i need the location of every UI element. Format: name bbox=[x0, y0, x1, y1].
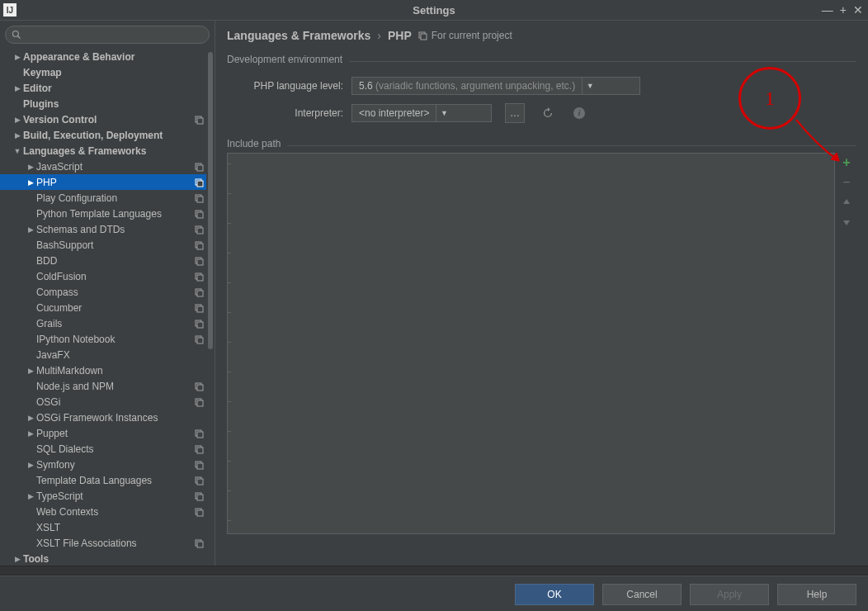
tree-item[interactable]: JavaFX bbox=[0, 347, 206, 362]
include-path-list[interactable] bbox=[227, 153, 835, 534]
project-scope-icon bbox=[195, 115, 205, 125]
apply-button[interactable]: Apply bbox=[690, 584, 769, 605]
svg-rect-17 bbox=[197, 259, 203, 265]
svg-rect-31 bbox=[197, 400, 203, 406]
project-scope-icon bbox=[195, 444, 205, 454]
tree-item[interactable]: ▶MultiMarkdown bbox=[0, 362, 206, 378]
tree-item[interactable]: XSLT File Associations bbox=[0, 535, 206, 551]
tree-item[interactable]: Plugins bbox=[0, 96, 206, 111]
chevron-right-icon[interactable]: ▶ bbox=[12, 53, 23, 61]
breadcrumb-leaf: PHP bbox=[388, 29, 412, 42]
chevron-right-icon[interactable]: ▶ bbox=[12, 131, 23, 140]
breadcrumb-root[interactable]: Languages & Frameworks bbox=[227, 29, 370, 42]
window-title: Settings bbox=[0, 4, 868, 17]
project-scope-icon bbox=[195, 507, 205, 517]
chevron-right-icon[interactable]: ▶ bbox=[12, 116, 23, 124]
window-maximize-button[interactable]: + bbox=[840, 3, 847, 17]
scrollbar-thumb[interactable] bbox=[208, 52, 213, 349]
svg-rect-32 bbox=[196, 430, 201, 436]
help-button[interactable]: Help bbox=[777, 584, 856, 605]
svg-rect-39 bbox=[197, 479, 203, 485]
info-icon[interactable]: i bbox=[571, 105, 587, 121]
chevron-right-icon[interactable]: ▶ bbox=[12, 555, 23, 563]
svg-rect-45 bbox=[197, 542, 203, 547]
ok-button[interactable]: OK bbox=[515, 584, 594, 605]
tree-item[interactable]: ▶Build, Execution, Deployment bbox=[0, 127, 206, 143]
project-scope-icon bbox=[195, 429, 205, 438]
tree-item[interactable]: ▶Schemas and DTDs bbox=[0, 221, 206, 237]
tree-item[interactable]: ▶OSGi Framework Instances bbox=[0, 410, 206, 425]
tree-item[interactable]: ▶Symfony bbox=[0, 457, 206, 472]
chevron-down-icon[interactable]: ▼ bbox=[582, 78, 597, 94]
settings-tree[interactable]: ▶Appearance & BehaviorKeymap▶EditorPlugi… bbox=[0, 49, 215, 566]
tree-item[interactable]: Grails bbox=[0, 315, 206, 331]
svg-rect-5 bbox=[197, 165, 203, 171]
chevron-right-icon[interactable]: ▶ bbox=[25, 225, 36, 234]
chevron-right-icon[interactable]: ▶ bbox=[25, 414, 36, 422]
tree-item[interactable]: ▶Puppet bbox=[0, 425, 206, 441]
chevron-right-icon[interactable]: ▶ bbox=[25, 178, 36, 187]
tree-item-label: BashSupport bbox=[36, 239, 190, 251]
tree-item[interactable]: Web Contexts bbox=[0, 504, 206, 519]
project-scope-icon bbox=[195, 397, 205, 407]
tree-item[interactable]: Compass bbox=[0, 284, 206, 300]
svg-rect-34 bbox=[196, 446, 201, 452]
tree-item[interactable]: BashSupport bbox=[0, 237, 206, 253]
include-path-add-button[interactable]: + bbox=[840, 156, 853, 169]
include-path-remove-button[interactable]: − bbox=[840, 176, 853, 189]
breadcrumb: Languages & Frameworks › PHP For current… bbox=[227, 29, 856, 42]
window-controls: — + ✕ bbox=[822, 0, 863, 20]
search-input[interactable] bbox=[5, 26, 210, 44]
lang-level-hint: (variadic functions, argument unpacking,… bbox=[375, 80, 575, 92]
tree-item[interactable]: Cucumber bbox=[0, 300, 206, 315]
tree-item-label: OSGi bbox=[36, 396, 190, 408]
tree-item[interactable]: ▶TypeScript bbox=[0, 488, 206, 504]
chevron-right-icon[interactable]: ▶ bbox=[25, 367, 36, 375]
reload-interpreter-button[interactable] bbox=[540, 105, 556, 121]
svg-rect-4 bbox=[196, 163, 201, 169]
tree-item[interactable]: Python Template Languages bbox=[0, 206, 206, 221]
tree-item[interactable]: IPython Notebook bbox=[0, 331, 206, 347]
svg-rect-44 bbox=[196, 540, 201, 546]
chevron-right-icon[interactable]: ▶ bbox=[25, 163, 36, 171]
tree-item[interactable]: ▶JavaScript bbox=[0, 159, 206, 174]
tree-item[interactable]: ▶Editor bbox=[0, 80, 206, 96]
tree-item[interactable]: ▶PHP bbox=[0, 174, 206, 190]
interpreter-browse-button[interactable]: … bbox=[505, 103, 525, 123]
include-path-move-down-button[interactable] bbox=[840, 216, 853, 229]
include-path-toolbar: + − bbox=[838, 156, 855, 229]
tree-item[interactable]: SQL Dialects bbox=[0, 441, 206, 457]
tree-item[interactable]: ▶Version Control bbox=[0, 111, 206, 127]
project-scope-icon bbox=[195, 256, 205, 266]
tree-item[interactable]: Node.js and NPM bbox=[0, 378, 206, 394]
interpreter-combo[interactable]: <no interpreter> ▼ bbox=[351, 104, 492, 122]
svg-rect-13 bbox=[197, 228, 203, 234]
tree-item[interactable]: Play Configuration bbox=[0, 190, 206, 206]
tree-item[interactable]: ▶Tools bbox=[0, 551, 206, 566]
svg-rect-41 bbox=[197, 495, 203, 500]
chevron-right-icon[interactable]: ▶ bbox=[25, 429, 36, 438]
tree-item[interactable]: ▶Appearance & Behavior bbox=[0, 49, 206, 64]
chevron-right-icon[interactable]: ▶ bbox=[12, 84, 23, 92]
tree-item[interactable]: BDD bbox=[0, 253, 206, 268]
svg-rect-33 bbox=[197, 432, 203, 438]
tree-item[interactable]: ▼Languages & Frameworks bbox=[0, 143, 206, 159]
cancel-button[interactable]: Cancel bbox=[602, 584, 682, 605]
chevron-down-icon[interactable]: ▼ bbox=[436, 105, 451, 121]
tree-item-label: Schemas and DTDs bbox=[36, 224, 190, 235]
tree-item[interactable]: ColdFusion bbox=[0, 268, 206, 284]
interpreter-value: <no interpreter> bbox=[352, 105, 436, 121]
tree-item[interactable]: OSGi bbox=[0, 394, 206, 410]
window-minimize-button[interactable]: — bbox=[822, 3, 833, 17]
tree-item[interactable]: XSLT bbox=[0, 519, 206, 535]
tree-item-label: Tools bbox=[23, 553, 190, 565]
tree-item[interactable]: Keymap bbox=[0, 64, 206, 80]
project-scope-icon bbox=[195, 240, 205, 250]
window-close-button[interactable]: ✕ bbox=[853, 3, 863, 17]
chevron-right-icon[interactable]: ▶ bbox=[25, 461, 36, 469]
lang-level-combo[interactable]: 5.6 (variadic functions, argument unpack… bbox=[351, 77, 640, 95]
chevron-right-icon[interactable]: ▶ bbox=[25, 492, 36, 500]
tree-item[interactable]: Template Data Languages bbox=[0, 472, 206, 488]
include-path-move-up-button[interactable] bbox=[840, 196, 853, 209]
chevron-down-icon[interactable]: ▼ bbox=[12, 147, 23, 155]
